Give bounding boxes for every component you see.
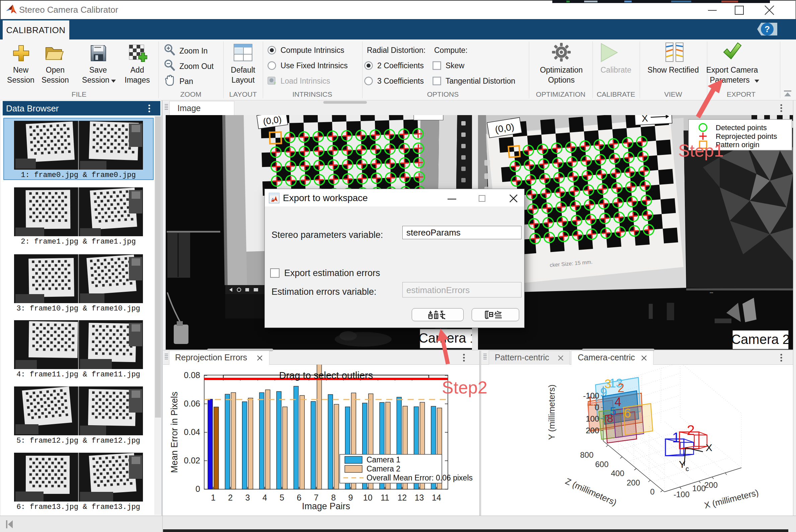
svg-text:Step1: Step1 (678, 141, 724, 160)
svg-text:Step2: Step2 (442, 378, 487, 397)
